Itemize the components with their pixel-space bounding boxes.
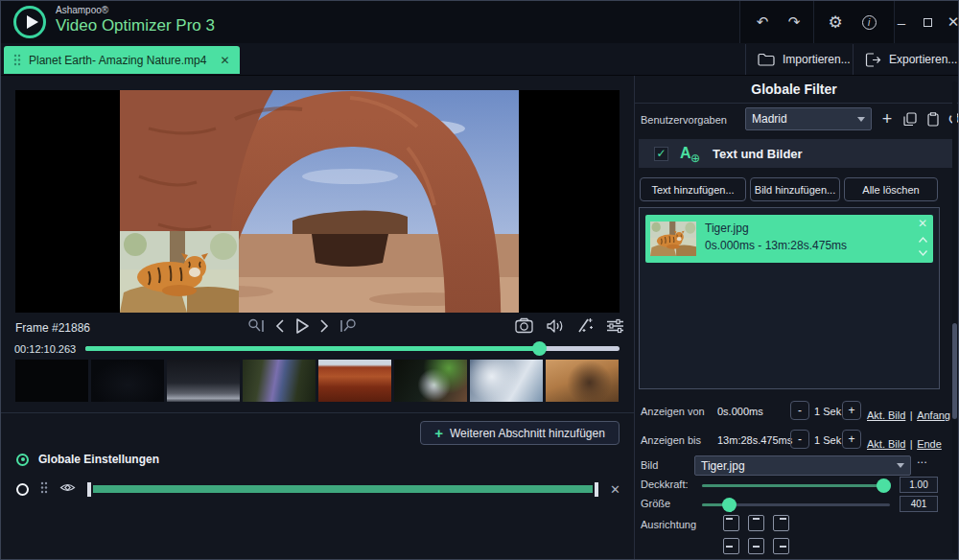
show-from-links: Akt. Bild | Anfang (867, 406, 950, 423)
snapshot-camera-icon[interactable] (515, 317, 533, 334)
start-link[interactable]: Anfang (917, 409, 950, 421)
show-from-step: 1 Sek (814, 406, 841, 417)
size-slider-thumb[interactable] (722, 498, 737, 512)
opacity-label: Deckkraft: (641, 478, 689, 490)
align-top-right-button[interactable] (773, 515, 789, 531)
section-range-bar[interactable] (87, 482, 598, 497)
view-tools (515, 317, 624, 334)
overlay-time-range: 0s.000ms - 13m:28s.475ms (705, 239, 847, 252)
magic-wand-icon[interactable] (576, 317, 594, 334)
alignment-label: Ausrichtung (641, 519, 696, 530)
panel-scrollbar[interactable] (952, 82, 957, 553)
align-middle-left-button[interactable] (723, 538, 739, 554)
timeline-thumbnail[interactable] (394, 360, 467, 402)
divider (1, 412, 634, 413)
align-middle-right-button[interactable] (773, 538, 789, 554)
info-icon[interactable]: i (853, 1, 885, 43)
end-link[interactable]: Ende (917, 438, 942, 450)
browse-image-button[interactable]: ... (917, 452, 927, 466)
timeline-thumbnail[interactable] (546, 360, 619, 402)
overlay-remove-icon[interactable]: ✕ (918, 217, 927, 230)
show-from-plus-button[interactable]: + (842, 401, 861, 420)
move-down-icon[interactable] (918, 244, 928, 261)
drag-handle-icon[interactable] (13, 54, 21, 66)
timeline-thumbnail[interactable] (318, 360, 391, 402)
close-icon[interactable]: ✕ (937, 1, 959, 43)
current-frame-link[interactable]: Akt. Bild (867, 438, 905, 450)
group-enabled-checkbox[interactable]: ✓ (654, 147, 668, 161)
align-top-left-button[interactable] (723, 515, 739, 531)
panel-title: Globale Filter (635, 82, 953, 97)
next-frame-icon[interactable] (319, 318, 329, 334)
delete-all-button[interactable]: Alle löschen (844, 177, 938, 201)
tiger-image-overlay[interactable] (120, 231, 239, 313)
timeline-thumbnail[interactable] (470, 360, 543, 402)
opacity-slider-thumb[interactable] (877, 478, 891, 493)
adjustments-sliders-icon[interactable] (606, 318, 624, 334)
panel-scrollbar-thumb[interactable] (952, 323, 957, 419)
add-section-button[interactable]: + Weiteren Abschnitt hinzufügen (420, 421, 620, 445)
play-icon[interactable] (294, 317, 310, 335)
timeline-strip (15, 360, 620, 402)
undo-icon[interactable]: ↶ (746, 1, 779, 43)
align-top-center-button[interactable] (748, 515, 764, 531)
show-to-plus-button[interactable]: + (842, 430, 861, 449)
text-images-group-header[interactable]: ✓ A⊕ Text und Bilder (639, 139, 957, 168)
mark-out-icon[interactable] (339, 318, 358, 334)
paste-preset-icon[interactable] (923, 107, 944, 130)
section-range-fill (93, 485, 593, 493)
record-circle-icon[interactable] (16, 483, 29, 496)
settings-gear-icon[interactable]: ⚙ (819, 1, 852, 43)
drag-handle-icon[interactable] (40, 480, 48, 498)
current-frame-link[interactable]: Akt. Bild (867, 409, 905, 421)
video-preview[interactable] (15, 90, 620, 313)
seek-bar-fill (85, 346, 539, 351)
text-image-overlay-icon: A⊕ (680, 145, 701, 162)
seek-bar[interactable] (85, 346, 620, 351)
chevron-down-icon (857, 117, 865, 122)
mark-in-icon[interactable] (246, 318, 266, 334)
show-from-value: 0s.000ms (717, 406, 763, 417)
timeline-thumbnail[interactable] (15, 360, 88, 402)
timeline-thumbnail[interactable] (243, 360, 316, 402)
seek-bar-thumb[interactable] (532, 341, 547, 356)
app-title: Video Optimizer Pro 3 (56, 16, 215, 35)
overlay-list-item[interactable]: Tiger.jpg 0s.000ms - 13m:28s.475ms ✕ (645, 215, 933, 263)
size-slider[interactable] (702, 503, 890, 506)
add-text-button[interactable]: Text hinzufügen... (640, 177, 746, 201)
timeline-thumbnail[interactable] (91, 360, 164, 402)
redo-icon[interactable]: ↷ (778, 1, 810, 43)
add-image-button[interactable]: Bild hinzufügen... (750, 177, 840, 201)
image-select[interactable]: Tiger.jpg (694, 455, 911, 476)
show-to-value: 13m:28s.475ms (717, 434, 792, 446)
preset-select[interactable]: Madrid (745, 107, 872, 130)
copy-preset-icon[interactable] (900, 107, 921, 130)
volume-icon[interactable] (546, 318, 564, 334)
chevron-down-icon (897, 463, 904, 468)
opacity-slider[interactable] (702, 484, 890, 487)
trim-start-handle[interactable] (87, 482, 91, 497)
import-button[interactable]: Importieren... (745, 44, 851, 75)
opacity-value[interactable]: 1.00 (900, 477, 938, 493)
global-filter-panel: Globale Filter Benutzervorgaben Madrid +… (634, 76, 959, 559)
show-to-step: 1 Sek (814, 434, 841, 446)
align-middle-center-button[interactable] (748, 538, 764, 554)
add-preset-icon[interactable]: + (877, 107, 898, 130)
remove-section-icon[interactable]: ✕ (610, 482, 620, 497)
size-label: Größe (641, 498, 670, 509)
show-from-minus-button[interactable]: - (790, 401, 809, 420)
radio-selected-icon[interactable] (16, 454, 29, 466)
tab-close-icon[interactable]: ✕ (220, 54, 229, 67)
tab-label: Planet Earth- Amazing Nature.mp4 (29, 54, 206, 67)
plus-icon: + (434, 425, 443, 441)
tab-bar: Planet Earth- Amazing Nature.mp4 ✕ Impor… (1, 43, 958, 76)
visibility-eye-icon[interactable] (59, 480, 76, 498)
previous-frame-icon[interactable] (275, 318, 285, 334)
show-to-label: Anzeigen bis (641, 434, 701, 446)
timeline-thumbnail[interactable] (167, 360, 240, 402)
tab-video-file[interactable]: Planet Earth- Amazing Nature.mp4 ✕ (4, 46, 240, 74)
export-button[interactable]: Exportieren... (853, 44, 956, 75)
trim-end-handle[interactable] (595, 482, 598, 497)
size-value[interactable]: 401 (900, 496, 938, 512)
show-to-minus-button[interactable]: - (790, 430, 809, 449)
